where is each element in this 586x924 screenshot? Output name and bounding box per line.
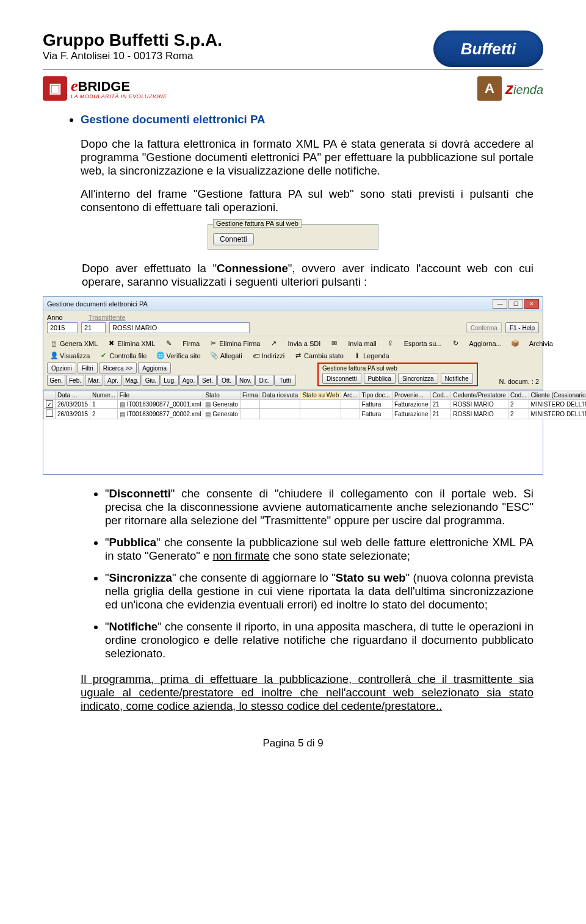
month-button[interactable]: Mag.: [123, 375, 141, 386]
tool-controlla-file[interactable]: ✔Controlla file: [96, 350, 150, 361]
month-button[interactable]: Lug.: [161, 375, 179, 386]
column-header[interactable]: Cod...: [508, 391, 529, 400]
connetti-button[interactable]: Connetti: [213, 233, 254, 245]
column-header[interactable]: Cliente (Cessionario): [529, 391, 586, 400]
bullet-notifiche: "Notifiche" che consente il riporto, in …: [105, 620, 534, 660]
tool-sep1: ↗: [267, 338, 281, 348]
tool-invia-mail[interactable]: Invia mail: [345, 339, 379, 348]
month-button[interactable]: Ago.: [179, 375, 198, 386]
tool-legenda[interactable]: ℹLegenda: [350, 350, 392, 361]
table-cell: Fatturazione: [392, 409, 430, 419]
column-header[interactable]: Firma: [240, 391, 260, 400]
month-button[interactable]: Apr.: [104, 375, 122, 386]
tool-archivia-icon[interactable]: 📦: [508, 338, 523, 348]
table-cell: [341, 409, 360, 419]
table-cell: 1: [90, 400, 118, 409]
notifiche-bold: Notifiche: [109, 620, 158, 633]
month-button[interactable]: Gen.: [47, 375, 65, 386]
tool-esporta-icon[interactable]: ⇪: [383, 338, 397, 348]
column-header[interactable]: [44, 391, 56, 400]
disconnetti-button[interactable]: Disconnetti: [322, 373, 361, 384]
month-button[interactable]: Feb.: [66, 375, 84, 386]
filtri-button[interactable]: Filtri: [78, 363, 98, 374]
tool-elimina-firma[interactable]: ✂Elimina Firma: [206, 338, 263, 348]
tool-label: Esporta su...: [404, 340, 442, 347]
tool-archivia[interactable]: Archivia: [526, 339, 556, 348]
month-button[interactable]: Mar.: [85, 375, 103, 386]
month-button[interactable]: Tutti: [274, 375, 296, 386]
table-cell: ✓: [44, 400, 56, 409]
month-button[interactable]: Ott.: [217, 375, 236, 386]
tool-invia-sdi[interactable]: Invia a SDI: [284, 339, 324, 348]
trasmittente-name-field[interactable]: ROSSI MARIO: [109, 322, 250, 333]
column-header[interactable]: Cod...: [430, 391, 451, 400]
table-cell: 26/03/2015: [56, 400, 90, 409]
tool-label: Elimina XML: [117, 340, 155, 347]
trasmittente-label[interactable]: Trasmittente: [89, 314, 126, 321]
pubblica-button[interactable]: Pubblica: [364, 373, 396, 384]
opzioni-button[interactable]: Opzioni: [47, 363, 76, 374]
bullet-disconnetti: "Disconnetti" che consente di "chiudere …: [105, 487, 534, 527]
column-header[interactable]: Data ricevuta: [260, 391, 300, 400]
table-cell: Fatturazione: [392, 400, 430, 409]
company-address: Via F. Antolisei 10 - 00173 Roma: [43, 50, 222, 62]
minimize-button[interactable]: —: [493, 299, 507, 309]
column-header[interactable]: File: [117, 391, 203, 400]
table-cell: 26/03/2015: [56, 409, 90, 419]
section-heading: Gestione documenti elettronici PA: [81, 113, 534, 126]
xml-icon: ⍰: [50, 339, 58, 347]
company-name: Gruppo Buffetti S.p.A.: [43, 31, 222, 50]
tool-label: Invia a SDI: [288, 340, 320, 347]
tool-aggiorna-icon[interactable]: ↻: [449, 338, 463, 348]
sincronizza-bold: Sincronizza: [109, 571, 172, 584]
tool-cambia-stato[interactable]: ⇄Cambia stato: [291, 350, 347, 361]
paragraph-1: Dopo che la fattura elettronica in forma…: [81, 137, 534, 178]
column-header[interactable]: Data ...: [56, 391, 90, 400]
tool-label: Genera XML: [60, 340, 98, 347]
section-bullet: Gestione documenti elettronici PA Dopo c…: [81, 113, 534, 214]
sincronizza-button[interactable]: Sincronizza: [398, 373, 438, 384]
month-button[interactable]: Dic.: [255, 375, 273, 386]
tool-verifica-sito[interactable]: 🌐Verifica sito: [153, 350, 203, 361]
tool-allegati[interactable]: 📎Allegati: [208, 350, 245, 361]
tool-firma[interactable]: Firma: [179, 339, 203, 348]
help-button[interactable]: F1 - Help: [505, 322, 539, 333]
tool-elimina-xml[interactable]: ✖Elimina XML: [104, 338, 158, 348]
column-header[interactable]: Stato: [203, 391, 240, 400]
column-header[interactable]: Stato su Web: [300, 391, 341, 400]
month-button[interactable]: Nov.: [236, 375, 255, 386]
edit-icon: ✎: [165, 339, 173, 347]
ebridge-rest: BRIDGE: [78, 79, 131, 94]
maximize-button[interactable]: ☐: [508, 299, 523, 309]
tool-visualizza[interactable]: 👤Visualizza: [47, 350, 93, 361]
column-header[interactable]: Numer...: [90, 391, 118, 400]
table-row[interactable]: ✓26/03/20151▤ IT00183090877_00001.xml▤ G…: [44, 400, 587, 409]
column-header[interactable]: Arc...: [341, 391, 360, 400]
month-button[interactable]: Giu.: [142, 375, 160, 386]
trasmittente-code-field[interactable]: 21: [81, 322, 106, 333]
conferma-button[interactable]: Conferma: [466, 322, 502, 333]
t: " che consente il riporto, in una apposi…: [105, 620, 534, 660]
tool-esporta[interactable]: Esporta su...: [401, 339, 445, 348]
month-button[interactable]: Set.: [198, 375, 217, 386]
paragraph-3: Dopo aver effettuato la "Connessione", o…: [82, 262, 534, 289]
p3-connessione: Connessione: [217, 262, 288, 275]
tool-indirizzi[interactable]: 🏷Indirizzi: [249, 350, 288, 361]
aggiorna-button[interactable]: Aggiorna: [138, 363, 171, 374]
ricerca-button[interactable]: Ricerca >>: [99, 363, 137, 374]
tool-aggiorna[interactable]: Aggiorna...: [466, 339, 505, 348]
tool-label: Aggiorna...: [469, 340, 502, 347]
anno-field[interactable]: 2015: [47, 322, 78, 333]
column-header[interactable]: Provenie...: [392, 391, 430, 400]
logo-row: ▣ eBRIDGE LA MODULARITÀ IN EVOLUZIONE A …: [43, 76, 543, 101]
column-header[interactable]: Cedente/Prestatore: [451, 391, 508, 400]
column-header[interactable]: Tipo doc...: [360, 391, 392, 400]
table-cell: ▤ Generato: [203, 400, 240, 409]
tool-invia-mail-icon[interactable]: ✉: [327, 338, 341, 348]
tool-genera-xml[interactable]: ⍰Genera XML: [47, 338, 101, 348]
notifiche-button[interactable]: Notifiche: [441, 373, 473, 384]
tool-edit[interactable]: ✎: [162, 338, 176, 348]
tool-label: Visualizza: [60, 352, 90, 359]
close-button[interactable]: ✕: [524, 299, 539, 309]
table-row[interactable]: 26/03/20152▤ IT00183090877_00002.xml▤ Ge…: [44, 409, 587, 419]
